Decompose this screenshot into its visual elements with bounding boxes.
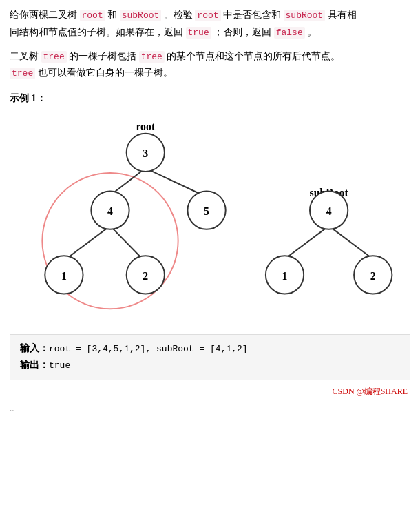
description: 给你两棵二叉树 root 和 subRoot 。检验 root 中是否包含和 s… <box>10 7 410 82</box>
io-box: 输入：root = [3,4,5,1,2], subRoot = [4,1,2]… <box>10 334 410 380</box>
diagram-area: root subRoot 3 4 5 1 2 4 <box>10 114 410 327</box>
code-root2: root <box>195 10 220 21</box>
node-5-label: 5 <box>204 205 209 217</box>
input-value: root = [3,4,5,1,2], subRoot = [4,1,2] <box>49 344 248 354</box>
code-tree1: tree <box>41 51 67 63</box>
edge-3-4 <box>110 168 145 195</box>
node-s2-label: 2 <box>370 270 376 282</box>
tree-diagram: root subRoot 3 4 5 1 2 4 <box>10 114 410 327</box>
output-value: true <box>49 360 70 371</box>
code-tree3: tree <box>10 68 35 79</box>
node-2-right-label: 2 <box>143 270 148 282</box>
node-3-label: 3 <box>143 147 148 159</box>
code-root1: root <box>80 10 105 21</box>
node-s4-label: 4 <box>326 205 332 217</box>
root-label: root <box>136 121 155 132</box>
node-s1-label: 1 <box>282 270 288 282</box>
edge-3-5 <box>145 168 203 195</box>
desc-para-2: 二叉树 tree 的一棵子树包括 tree 的某个节点和这个节点的所有后代节点。… <box>10 48 410 83</box>
footer: CSDN @编程SHARE <box>10 384 410 398</box>
edge-4-1 <box>70 226 110 256</box>
node-1-left-label: 1 <box>61 270 67 282</box>
edge-4-2 <box>110 226 140 256</box>
edge-s4-s2 <box>329 226 370 256</box>
ellipsis: .. <box>10 401 410 416</box>
code-true: true <box>186 27 211 39</box>
code-subroot2: subRoot <box>284 10 326 21</box>
node-4-label: 4 <box>107 205 113 217</box>
code-false: false <box>274 27 305 39</box>
example-label: 示例 1： <box>10 90 410 107</box>
output-label: 输出： <box>20 360 49 370</box>
code-tree2: tree <box>139 51 165 63</box>
desc-para-1: 给你两棵二叉树 root 和 subRoot 。检验 root 中是否包含和 s… <box>10 7 410 41</box>
io-output-line: 输出：true <box>20 357 400 373</box>
edge-s4-s1 <box>288 226 328 256</box>
io-input-line: 输入：root = [3,4,5,1,2], subRoot = [4,1,2] <box>20 340 400 357</box>
input-label: 输入： <box>20 343 49 353</box>
code-subroot1: subRoot <box>120 10 162 21</box>
